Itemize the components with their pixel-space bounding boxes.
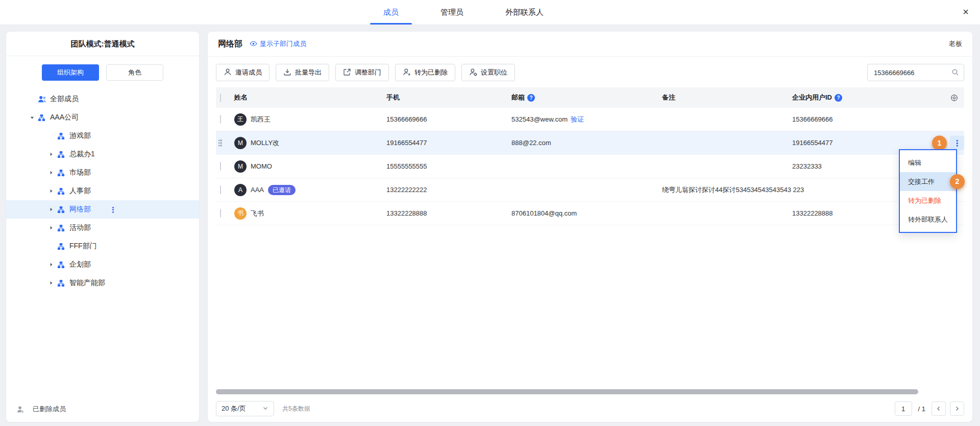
column-header-label: 姓名 [234,93,248,102]
caret-right-icon[interactable] [49,280,57,286]
tree-item-6[interactable]: 网络部⋮ [6,200,199,219]
search-icon[interactable] [951,68,959,78]
adjust-department-button[interactable]: 调整部门 [335,64,389,81]
dept-icon [57,206,69,214]
email-value: 532543@wew.com [511,115,568,123]
user-id-cell: 19166554477 [788,139,944,147]
help-icon[interactable]: ? [527,94,535,102]
caret-right-icon[interactable] [49,170,57,175]
row-checkbox[interactable] [220,162,221,171]
panel-header: 网络部 显示子部门成员 老板 [208,32,972,57]
tab-admins[interactable]: 管理员 [427,0,477,25]
caret-right-icon[interactable] [49,188,57,194]
caret-down-icon[interactable] [30,115,38,120]
move-to-deleted-button[interactable]: 转为已删除 [395,64,455,81]
member-name[interactable]: MOLLY改 [251,138,279,148]
tree-item-0[interactable]: 全部成员 [6,90,199,108]
page-number-input[interactable] [895,401,912,416]
tab-external-contacts[interactable]: 外部联系人 [492,0,557,25]
caret-right-icon[interactable] [49,152,57,157]
menu-item-label: 转外部联系人 [908,216,948,223]
dept-icon [57,261,69,269]
tree-item-label: 全部成员 [50,94,79,104]
tree-item-8[interactable]: FFF部门 [6,237,199,255]
member-name[interactable]: 飞书 [251,209,264,218]
tree-item-2[interactable]: 游戏部 [6,127,199,145]
page-size-select[interactable]: 20 条/页 [216,401,274,416]
step-badge-2: 2 [950,174,965,189]
tree-item-4[interactable]: 市场部 [6,163,199,182]
caret-right-icon[interactable] [49,262,57,267]
horizontal-scrollbar[interactable] [216,389,918,394]
menu-item-handover-work[interactable]: 交接工作2 [900,172,956,191]
column-header-label: 备注 [662,93,675,102]
dept-icon [57,169,69,177]
tree-item-9[interactable]: 企划部 [6,255,199,274]
tree-item-7[interactable]: 活动部 [6,219,199,237]
member-name[interactable]: MOMO [251,162,272,170]
eye-icon [250,40,257,48]
column-header-label: 邮箱 [511,93,525,102]
column-header-4: 企业内用户ID? [788,93,944,102]
phone-cell: 15366669666 [382,115,507,123]
set-position-button[interactable]: 设置职位 [461,64,515,81]
caret-right-icon[interactable] [49,207,57,212]
tree-item-3[interactable]: 总裁办1 [6,145,199,163]
menu-item-to-external-contact[interactable]: 转外部联系人 [900,210,956,229]
row-checkbox[interactable] [220,209,221,218]
help-icon[interactable]: ? [835,94,842,102]
menu-item-move-to-deleted[interactable]: 转为已删除 [900,191,956,210]
prev-page-button[interactable] [932,401,946,416]
sidebar-view-switch: 组织架构 角色 [6,64,199,81]
column-header-3: 备注 [658,93,788,102]
tree-item-10[interactable]: 智能产能部 [6,274,199,292]
tree-item-label: 网络部 [69,205,91,214]
row-checkbox[interactable] [220,185,221,194]
department-title: 网络部 [218,39,242,50]
page-controls: / 1 [895,401,964,416]
role-button[interactable]: 角色 [106,64,163,81]
deleted-members-item[interactable]: 已删除成员 [16,405,66,414]
column-header-label: 企业内用户ID [792,93,832,102]
tab-bar: 成员管理员外部联系人 [370,0,557,25]
menu-item-edit[interactable]: 编辑 [900,153,956,172]
members-icon [38,96,50,103]
verify-link[interactable]: 验证 [571,115,584,123]
more-vertical-icon[interactable]: ⋮ [109,206,117,214]
row-checkbox[interactable] [220,115,221,124]
email-cell: 888@22.com [507,139,658,147]
member-name[interactable]: AAA [251,186,264,194]
tree-item-5[interactable]: 人事部 [6,182,199,200]
department-tree: 全部成员AAA公司游戏部总裁办1市场部人事部网络部⋮活动部FFF部门企划部智能产… [6,90,199,292]
phone-cell: 13322228888 [382,209,507,217]
dept-icon [57,224,69,232]
invite-member-button[interactable]: 邀请成员 [216,64,270,81]
drag-handle-icon[interactable] [218,139,223,148]
select-all-checkbox[interactable] [220,93,221,102]
dept-icon [38,114,50,122]
table-row: 王凯西王15366669666532543@wew.com验证153666696… [216,108,964,131]
org-structure-button[interactable]: 组织架构 [42,64,99,81]
close-icon[interactable]: × [963,0,969,25]
member-name[interactable]: 凯西王 [251,115,271,124]
phone-cell: 19166554477 [382,139,507,147]
content-area: 团队模式:普通模式 组织架构 角色 全部成员AAA公司游戏部总裁办1市场部人事部… [0,25,980,426]
remark-cell: 绕弯儿翁探讨探讨44探讨534534543543543 223 [658,185,788,195]
topbar: 成员管理员外部联系人 × [0,0,980,25]
caret-right-icon[interactable] [49,225,57,230]
pagination-bar: 20 条/页 共5条数据 / 1 [216,400,964,417]
user-remove-icon [403,68,411,78]
header-checkbox-cell [216,94,234,102]
toolbar-button-label: 调整部门 [355,68,381,77]
tree-item-label: 智能产能部 [69,278,105,288]
row-more-actions-button[interactable]: ⋮ [950,136,964,150]
batch-export-button[interactable]: 批量导出 [276,64,329,81]
search-input[interactable] [867,64,964,81]
column-header-label: 手机 [386,93,400,102]
column-settings-gear-icon[interactable] [944,94,964,102]
tree-item-label: 游戏部 [69,131,91,140]
next-page-button[interactable] [950,401,964,416]
show-subdept-members-link[interactable]: 显示子部门成员 [250,39,306,49]
tab-members[interactable]: 成员 [370,0,412,25]
tree-item-1[interactable]: AAA公司 [6,108,199,127]
